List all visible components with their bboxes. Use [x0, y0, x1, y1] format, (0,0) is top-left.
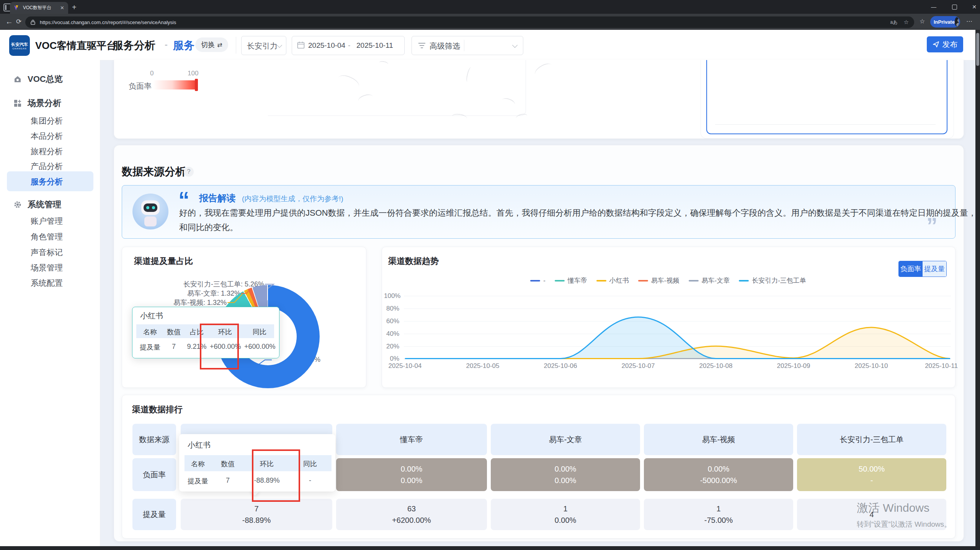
favorite-star-icon[interactable]: ☆	[904, 19, 909, 26]
scrollbar-track[interactable]	[975, 30, 980, 550]
divider	[715, 124, 936, 125]
windows-watermark-line2: 转到“设置”以激活 Windows。	[857, 519, 951, 529]
new-tab-icon[interactable]: +	[72, 3, 77, 12]
sidebar-item-service-active[interactable]: 服务分析	[7, 171, 93, 191]
mention-cell-dongchedi[interactable]: 63+6200.00%	[336, 499, 487, 530]
switch-label: 切换	[201, 40, 215, 49]
logo-line1: 长安汽车	[11, 42, 28, 47]
date-range-picker[interactable]: 2025-10-04 - 2025-10-11	[292, 36, 405, 55]
filter-label: 高级筛选	[430, 41, 460, 51]
date-sep: -	[348, 41, 350, 50]
map-subcard-edge	[268, 60, 526, 116]
brand-title: VOC客情直驱平台	[35, 39, 116, 52]
page-title: 服务分析	[113, 38, 155, 53]
tbl-tip-r-name: 提及量	[183, 477, 213, 486]
tbl-tip-h-name: 名称	[183, 459, 213, 469]
chevron-down-icon	[277, 42, 282, 48]
sidebar-item-roles[interactable]: 角色管理	[31, 231, 63, 242]
sidebar-item-label: 服务分析	[31, 176, 63, 187]
lock-icon	[31, 20, 35, 25]
x-tick: 2025-10-05	[462, 362, 504, 370]
sidebar-item-journey[interactable]: 旅程分析	[31, 146, 63, 157]
neg-cell-yiche-article[interactable]: 0.00%0.00%	[491, 458, 640, 491]
browser-tab[interactable]: VOC数智平台 ✕	[10, 2, 68, 14]
inprivate-badge[interactable]: InPrivate	[930, 16, 960, 28]
pie-tip-r-yoy: +600.00%	[244, 343, 275, 351]
logo-line2: CHANGAN	[12, 47, 26, 50]
col-header-yiche-article[interactable]: 易车-文章	[491, 424, 640, 455]
neg-cell-dongchedi[interactable]: 0.00%0.00%	[336, 458, 487, 491]
date-end[interactable]: 2025-10-11	[356, 41, 393, 50]
sidebar-item-product[interactable]: 产品分析	[31, 161, 63, 172]
inprivate-label: InPrivate	[934, 19, 955, 25]
divider	[236, 37, 236, 54]
filter-icon	[418, 42, 426, 49]
section-title: 数据来源分析	[122, 164, 186, 179]
mention-cell-yiche-article[interactable]: 10.00%	[491, 499, 640, 530]
page-subtitle: 服务	[173, 38, 194, 53]
help-glyph: ?	[187, 168, 191, 175]
sidebar-item-product-self[interactable]: 本品分析	[31, 131, 63, 142]
report-note: (内容为模型生成，仅作为参考!)	[242, 194, 343, 204]
x-tick: 2025-10-08	[695, 362, 737, 370]
tbl-tip-h-value: 数值	[212, 459, 243, 469]
col-header-dongchedi[interactable]: 懂车帝	[336, 424, 487, 455]
report-line2: 和同比的变化。	[179, 222, 238, 233]
annotation-red-box-table	[252, 449, 300, 502]
breadcrumb-sep: -	[165, 39, 168, 50]
tab-close-icon[interactable]: ✕	[60, 5, 64, 11]
avatar	[955, 17, 959, 26]
window-restore-icon[interactable]	[949, 2, 960, 11]
neg-cell-yiche-video[interactable]: 0.00%-5000.00%	[644, 458, 793, 491]
help-icon[interactable]: ?	[184, 167, 194, 177]
window-minimize-icon[interactable]: —	[928, 2, 939, 11]
translate-icon[interactable]: aあ	[890, 19, 898, 26]
windows-watermark-line1: 激活 Windows	[857, 500, 929, 516]
sidebar-group-label: 系统管理	[28, 199, 61, 210]
back-icon[interactable]: ←	[5, 17, 13, 26]
send-icon	[933, 41, 939, 48]
col-header-yiche-video[interactable]: 易车-视频	[644, 424, 793, 455]
scrollbar-thumb[interactable]	[976, 33, 979, 66]
x-tick: 2025-10-04	[384, 362, 426, 370]
report-line1: 好的，我现在需要处理用户提供的JSON数据，并生成一份符合要求的运维汇报总结。首…	[179, 207, 980, 219]
url-text: https://vocuat.changan.com.cn/report/#/s…	[40, 20, 890, 25]
negativity-gradient-cap	[195, 79, 198, 91]
sidebar-item-group-analysis[interactable]: 集团分析	[31, 116, 63, 126]
scale-min-label: 0	[150, 70, 154, 77]
sidebar-group-system[interactable]: 系统管理	[14, 199, 61, 210]
sidebar-item-sys-config[interactable]: 系统配置	[31, 278, 63, 288]
chevron-down-icon	[512, 42, 518, 48]
neg-cell-sanbao[interactable]: 50.00%-	[797, 458, 946, 491]
sidebar-item-scene-mgmt[interactable]: 场景管理	[31, 262, 63, 273]
brand-select[interactable]: 长安引力	[241, 36, 286, 55]
sidebar-group-scene-analysis[interactable]: 场景分析	[14, 98, 61, 109]
y-tick: 100%	[384, 292, 399, 300]
mention-cell-yiche-video[interactable]: 1-75.00%	[644, 499, 793, 530]
col-header-sanbao[interactable]: 长安引力-三包工单	[797, 424, 946, 455]
tab-title: VOC数智平台	[23, 5, 60, 11]
quote-close-icon: ”	[926, 213, 938, 238]
refresh-icon[interactable]: ⟳	[16, 18, 21, 26]
publish-button[interactable]: 发布	[927, 36, 963, 52]
advanced-filter-select[interactable]: 高级筛选	[412, 36, 523, 55]
sidebar-item-voice-tag[interactable]: 声音标记	[31, 247, 63, 258]
browser-menu-icon[interactable]: ⋯	[966, 18, 972, 25]
tab-favicon-icon	[14, 5, 20, 11]
sidebar-group-label: 场景分析	[28, 98, 61, 109]
negativity-gradient-bar	[153, 80, 195, 89]
screen: VOC数智平台 ✕ + — ✕ ← ⟳ https://vocuat.chang…	[0, 0, 980, 550]
publish-label: 发布	[942, 39, 958, 50]
switch-button[interactable]: 切换 ⇄	[195, 37, 228, 52]
x-tick: 2025-10-11	[920, 362, 962, 370]
divider	[464, 40, 464, 51]
favorites-bar-icon[interactable]: ☆	[920, 18, 925, 25]
pie-tooltip-title: 小红书	[140, 311, 163, 321]
sidebar-item-voc-overview[interactable]: VOC总览	[14, 73, 63, 85]
mention-cell-xiaohongshu[interactable]: 7-88.89%	[181, 499, 332, 530]
pie-tip-h-yoy: 同比	[244, 327, 275, 337]
window-close-icon[interactable]: ✕	[969, 2, 980, 11]
sidebar-item-accounts[interactable]: 账户管理	[31, 216, 63, 226]
url-bar[interactable]: https://vocuat.changan.com.cn/report/#/s…	[25, 16, 914, 28]
date-start[interactable]: 2025-10-04	[308, 41, 345, 50]
